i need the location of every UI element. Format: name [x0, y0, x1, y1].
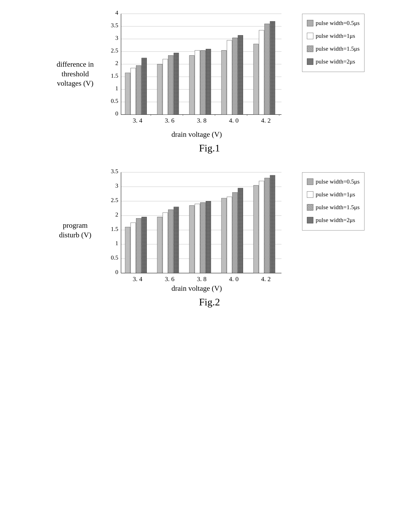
svg-text:4. 0: 4. 0	[229, 117, 239, 124]
svg-text:2.5: 2.5	[111, 197, 118, 203]
y-axis-label-2: programdisturb (V)	[54, 221, 96, 240]
svg-rect-27	[189, 55, 194, 114]
svg-text:0.5: 0.5	[111, 98, 118, 104]
legend-item-1-3: pulse width=1.5μs	[307, 43, 360, 55]
y-axis-label-1: difference inthresholdvoltages (V)	[54, 60, 96, 88]
svg-rect-21	[136, 65, 141, 114]
legend-label-1-4: pulse width=2μs	[316, 56, 355, 68]
legend-2: pulse width=0.5μs pulse width=1μs pulse …	[302, 172, 365, 230]
svg-rect-36	[259, 30, 264, 114]
svg-rect-20	[131, 68, 136, 114]
svg-rect-92	[270, 175, 275, 273]
svg-rect-22	[142, 58, 147, 114]
legend-label-2-1: pulse width=0.5μs	[316, 176, 360, 188]
svg-text:3. 6: 3. 6	[165, 275, 174, 282]
svg-text:3.5: 3.5	[111, 22, 118, 29]
legend-1: pulse width=0.5μs pulse width=1μs pulse …	[302, 14, 365, 72]
svg-rect-76	[142, 217, 147, 273]
fig-caption-1: Fig.1	[199, 142, 220, 154]
svg-text:0.5: 0.5	[111, 254, 118, 261]
svg-text:3: 3	[115, 35, 118, 41]
legend-item-1-2: pulse width=1μs	[307, 30, 360, 42]
svg-text:3: 3	[115, 182, 118, 189]
svg-rect-89	[253, 185, 259, 273]
svg-rect-34	[238, 35, 243, 114]
svg-rect-33	[232, 38, 237, 114]
figure-1: difference inthresholdvoltages (V)	[49, 9, 370, 154]
legend-item-2-3: pulse width=1.5μs	[307, 201, 360, 213]
svg-rect-32	[227, 40, 232, 114]
svg-text:1.5: 1.5	[111, 226, 118, 232]
svg-rect-73	[125, 227, 130, 273]
svg-rect-81	[189, 205, 194, 273]
svg-rect-88	[238, 188, 243, 273]
svg-text:2.5: 2.5	[111, 47, 118, 54]
svg-rect-74	[131, 223, 136, 273]
svg-rect-86	[227, 197, 232, 273]
fig-caption-2: Fig.2	[199, 296, 220, 308]
chart-svg-1: 0 0.5 1 1.5 2 2.5 3 3.5 4	[103, 9, 291, 128]
svg-rect-25	[168, 55, 173, 114]
svg-text:0: 0	[115, 110, 118, 117]
svg-text:3. 4: 3. 4	[133, 275, 142, 282]
legend-label-2-4: pulse width=2μs	[316, 214, 355, 226]
legend-icon-cross-1	[307, 58, 313, 65]
svg-rect-90	[259, 181, 264, 273]
legend-label-2-3: pulse width=1.5μs	[316, 201, 360, 213]
svg-rect-35	[253, 44, 259, 114]
svg-rect-83	[200, 203, 205, 273]
legend-icon-diag-2	[307, 204, 313, 211]
svg-rect-26	[174, 53, 179, 114]
x-axis-label-1: drain voltage (V)	[171, 130, 222, 139]
legend-icon-white-1	[307, 33, 313, 39]
chart-area-2: 0 0.5 1 1.5 2 2.5 3 3.5	[103, 168, 291, 292]
svg-text:4. 2: 4. 2	[261, 117, 271, 124]
svg-rect-85	[222, 198, 226, 273]
svg-text:4: 4	[115, 9, 118, 16]
svg-rect-24	[163, 59, 168, 114]
svg-rect-82	[195, 204, 200, 273]
legend-icon-diag-1	[307, 46, 313, 52]
svg-rect-84	[206, 201, 211, 273]
svg-text:1: 1	[115, 85, 118, 92]
svg-rect-79	[168, 210, 173, 273]
svg-rect-23	[157, 64, 162, 114]
figure-2: programdisturb (V)	[49, 168, 370, 308]
svg-rect-75	[136, 218, 141, 273]
svg-text:1.5: 1.5	[111, 72, 118, 79]
svg-text:2: 2	[115, 60, 118, 66]
legend-item-2-1: pulse width=0.5μs	[307, 176, 360, 188]
svg-rect-38	[270, 21, 275, 114]
legend-label-2-2: pulse width=1μs	[316, 189, 355, 201]
svg-text:0: 0	[115, 269, 118, 275]
svg-text:3. 8: 3. 8	[197, 117, 207, 124]
svg-rect-28	[195, 51, 200, 114]
svg-rect-78	[163, 213, 168, 273]
legend-item-2-2: pulse width=1μs	[307, 189, 360, 201]
svg-text:3.5: 3.5	[111, 168, 118, 175]
legend-icon-cross-2	[307, 217, 313, 223]
legend-icon-dots-2	[307, 178, 313, 185]
svg-rect-29	[200, 51, 205, 114]
legend-label-1-3: pulse width=1.5μs	[316, 43, 360, 55]
chart-area-1: 0 0.5 1 1.5 2 2.5 3 3.5 4	[103, 9, 291, 139]
legend-label-1-1: pulse width=0.5μs	[316, 17, 360, 29]
svg-text:4. 0: 4. 0	[229, 275, 239, 282]
svg-rect-87	[232, 192, 237, 273]
svg-text:3. 8: 3. 8	[197, 275, 207, 282]
svg-rect-31	[222, 51, 226, 114]
chart-svg-2: 0 0.5 1 1.5 2 2.5 3 3.5	[103, 168, 291, 282]
svg-rect-30	[206, 49, 211, 114]
legend-icon-white-2	[307, 191, 313, 198]
legend-label-1-2: pulse width=1μs	[316, 30, 355, 42]
legend-item-2-4: pulse width=2μs	[307, 214, 360, 226]
svg-rect-91	[264, 178, 270, 273]
svg-rect-37	[264, 24, 270, 114]
svg-text:4. 2: 4. 2	[261, 275, 271, 282]
svg-rect-80	[174, 207, 179, 273]
legend-item-1-4: pulse width=2μs	[307, 56, 360, 68]
svg-rect-19	[125, 73, 130, 114]
legend-item-1-1: pulse width=0.5μs	[307, 17, 360, 29]
svg-text:3. 6: 3. 6	[165, 117, 174, 124]
svg-rect-77	[157, 217, 162, 273]
